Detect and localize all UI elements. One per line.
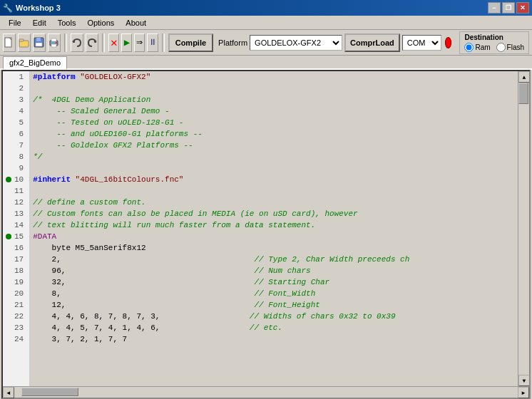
line-number-11: 11 <box>6 185 26 197</box>
tab-bar: gfx2_BigDemo <box>0 56 532 70</box>
scroll-right-button[interactable]: ► <box>518 387 529 398</box>
menu-about[interactable]: About <box>120 17 152 28</box>
flash-radio-label[interactable]: Flash <box>496 43 524 52</box>
line-number-13: 13 <box>6 208 26 219</box>
line-number-18: 18 <box>6 265 26 276</box>
svg-rect-4 <box>36 38 41 41</box>
code-line-24: 3, 7, 2, 1, 7, 7 <box>33 333 518 345</box>
code-line-8: */ <box>33 151 518 162</box>
scroll-thumb-h[interactable] <box>21 388 78 396</box>
title-bar: 🔧 Workshop 3 − ❐ ✕ <box>0 0 532 16</box>
code-line-15: #DATA <box>33 231 518 242</box>
line-number-6: 6 <box>6 128 26 140</box>
flash-radio[interactable] <box>496 43 506 52</box>
line-number-8: 8 <box>6 151 26 162</box>
menu-bar: File Edit Tools Options About <box>0 16 532 30</box>
line-number-4: 4 <box>6 105 26 117</box>
code-line-22: 4, 4, 6, 8, 7, 8, 7, 3, // Widths of cha… <box>33 311 518 322</box>
code-line-23: 4, 4, 5, 7, 4, 1, 4, 6, // etc. <box>33 322 518 333</box>
toolbar-separator-3 <box>162 33 165 52</box>
code-line-19: 32, // Starting Char <box>33 276 518 288</box>
svg-rect-8 <box>51 44 56 47</box>
code-line-10: #inherit "4DGL_16bitColours.fnc" <box>33 174 518 185</box>
run-button[interactable]: ▶ <box>121 33 132 52</box>
pause-button[interactable]: ⏸ <box>147 33 158 52</box>
scroll-up-button[interactable]: ▲ <box>518 71 529 83</box>
restore-button[interactable]: ❐ <box>502 2 515 14</box>
minimize-button[interactable]: − <box>488 2 501 14</box>
platform-select[interactable]: GOLDELOX-GFX2 <box>250 35 342 51</box>
close-button[interactable]: ✕ <box>516 2 529 14</box>
line-number-3: 3 <box>6 94 26 105</box>
line-number-10: 10 <box>6 174 26 185</box>
tab-gfx2bigdemo[interactable]: gfx2_BigDemo <box>3 56 67 69</box>
code-line-4: -- Scaled General Demo - <box>33 105 518 117</box>
redo-button[interactable] <box>86 33 98 52</box>
platform-label: Platform <box>218 38 247 47</box>
window-title: Workshop 3 <box>16 4 61 12</box>
undo-button[interactable] <box>71 33 83 52</box>
vertical-scrollbar[interactable]: ▲ ▼ <box>518 71 529 386</box>
step-button[interactable]: ⇒ <box>134 33 145 52</box>
code-line-3: /* 4DGL Demo Application <box>33 94 518 105</box>
new-file-button[interactable] <box>3 33 16 52</box>
scroll-track-v[interactable] <box>518 83 529 375</box>
menu-tools[interactable]: Tools <box>52 17 82 28</box>
line-number-21: 21 <box>6 299 26 311</box>
scroll-down-button[interactable]: ▼ <box>518 375 529 386</box>
code-line-18: 96, // Num chars <box>33 265 518 276</box>
toolbar-separator-1 <box>64 33 67 52</box>
code-line-13: // Custom fonts can also be placed in ME… <box>33 208 518 219</box>
line-number-19: 19 <box>6 276 26 288</box>
code-line-6: -- and uOLED160-G1 platforms -- <box>33 128 518 140</box>
code-line-2 <box>33 83 518 94</box>
code-line-17: 2, // Type 2, Char Width preceeds ch <box>33 254 518 265</box>
svg-rect-2 <box>19 39 24 41</box>
toolbar: ✕ ▶ ⇒ ⏸ Compile Platform GOLDELOX-GFX2 C… <box>0 30 532 56</box>
code-line-21: 12, // Font_Height <box>33 299 518 311</box>
comprload-button[interactable]: ComprLoad <box>344 33 400 52</box>
code-line-7: -- Goldelox GFX2 Platforms -- <box>33 140 518 151</box>
code-line-5: -- Tested on uOLED-128-G1 - <box>33 117 518 128</box>
code-editor[interactable]: #platform "GOLDELOX-GFX2"/* 4DGL Demo Ap… <box>30 71 518 386</box>
code-line-20: 8, // Font_Width <box>33 288 518 299</box>
horizontal-scrollbar[interactable]: ◄ ► <box>3 386 529 398</box>
line-number-1: 1 <box>6 71 26 83</box>
scroll-track-h[interactable] <box>14 387 518 398</box>
code-line-1: #platform "GOLDELOX-GFX2" <box>33 71 518 83</box>
print-button[interactable] <box>48 33 61 52</box>
line-number-24: 24 <box>6 333 26 345</box>
save-file-button[interactable] <box>33 33 46 52</box>
line-number-23: 23 <box>6 322 26 333</box>
code-line-11 <box>33 185 518 197</box>
svg-rect-7 <box>51 38 56 41</box>
line-number-15: 15 <box>6 231 26 242</box>
menu-edit[interactable]: Edit <box>27 17 52 28</box>
breakpoint-indicator[interactable] <box>6 177 11 182</box>
open-file-button[interactable] <box>18 33 31 52</box>
ram-radio-label[interactable]: Ram <box>464 43 490 52</box>
breakpoint-indicator[interactable] <box>6 234 11 239</box>
code-line-9 <box>33 162 518 174</box>
destination-group: Destination Ram Flash <box>459 31 529 54</box>
stop-button[interactable]: ✕ <box>108 33 119 52</box>
menu-options[interactable]: Options <box>81 17 120 28</box>
code-line-12: // define a custom font. <box>33 197 518 208</box>
line-number-9: 9 <box>6 162 26 174</box>
scroll-left-button[interactable]: ◄ <box>3 387 14 398</box>
scroll-thumb-v[interactable] <box>518 83 528 104</box>
line-number-20: 20 <box>6 288 26 299</box>
ram-radio[interactable] <box>464 43 474 52</box>
menu-file[interactable]: File <box>3 17 27 28</box>
code-line-14: // text blitting will run much faster fr… <box>33 219 518 231</box>
app-icon: 🔧 <box>3 4 13 13</box>
line-number-17: 17 <box>6 254 26 265</box>
destination-label: Destination <box>464 33 524 41</box>
code-line-16: byte M5_5anSerif8x12 <box>33 242 518 254</box>
svg-point-9 <box>56 42 57 43</box>
toolbar-separator-2 <box>102 33 105 52</box>
line-number-16: 16 <box>6 242 26 254</box>
com-port-select[interactable]: COM 3 <box>402 35 441 51</box>
line-number-5: 5 <box>6 117 26 128</box>
compile-button[interactable]: Compile <box>168 33 213 52</box>
